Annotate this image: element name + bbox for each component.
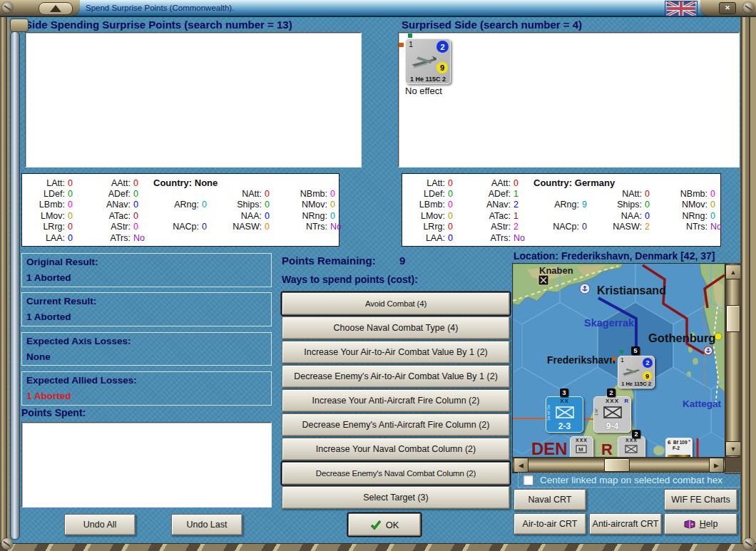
he115c-unit-counter[interactable]: 1 2 9 1 He 115C 2: [405, 38, 451, 84]
stat-spender-NRng: NRng:0: [285, 210, 350, 221]
ok-button[interactable]: OK: [348, 513, 421, 536]
mech-symbol-icon: M: [576, 445, 587, 453]
unit-name-side: 1 Inf: [594, 401, 599, 423]
svg-text:M: M: [578, 446, 583, 453]
original-result-value: 1 Aborted: [26, 272, 71, 283]
blue-division-counter[interactable]: XX 2-3 1st Inf Div: [546, 396, 583, 433]
map-label-knaben: Knaben: [539, 265, 573, 276]
stack-marker-2a[interactable]: 2: [607, 388, 615, 397]
stat-surprised-ANav: ANav:2: [468, 200, 533, 210]
spend-button-5[interactable]: Decrease Enemy's Anti-Aircraft Fire Colu…: [282, 413, 510, 436]
spender-stats-grid: Country: NoneLAtt:0LDef:0LBmb:0LMov:0LRr…: [28, 177, 336, 243]
center-map-checkbox-row[interactable]: Center linked map on selected combat hex: [518, 473, 742, 488]
help-label: Help: [700, 519, 718, 529]
stat-surprised-LAA: LAA:0: [408, 232, 468, 243]
anti-aircraft-crt-button[interactable]: Anti-aircraft CRT: [589, 513, 662, 535]
center-map-checkbox-label: Center linked map on selected combat hex: [540, 475, 722, 485]
stat-surprised-NMov: NMov:0: [665, 200, 730, 210]
triangle-icon: [50, 5, 61, 12]
grey-corps-counter[interactable]: XXX R 9-4 1 Inf: [593, 396, 631, 433]
horizontal-scroll-thumb[interactable]: [604, 458, 630, 472]
he115c-map-counter[interactable]: 1 2 9 1 He 115C 2: [618, 356, 655, 388]
spend-button-3[interactable]: Decrease Enemy's Air-to-Air Combat Value…: [282, 365, 510, 388]
green-marker-map-icon: [620, 350, 623, 354]
map-label-frederikshavn: Frederikshavn: [547, 354, 615, 366]
unit-strength: 2-3: [546, 421, 583, 431]
orange-marker-icon: [399, 43, 404, 47]
collapse-button[interactable]: [39, 2, 73, 15]
map-viewport[interactable]: Knaben Kristiansand Skagerrak Gothenburg…: [513, 264, 725, 457]
seaplane-icon: [409, 52, 440, 69]
frame-pipe-left: [10, 31, 20, 540]
center-map-checkbox[interactable]: [523, 475, 533, 485]
air-to-air-crt-button[interactable]: Air-to-air CRT: [514, 513, 586, 535]
stack-marker-3[interactable]: 3: [560, 388, 568, 397]
stat-spender-ATac: ATac:0: [88, 210, 153, 221]
stat-spender-NMov: NMov:0: [285, 200, 350, 210]
island5: [653, 446, 665, 455]
scroll-left-button[interactable]: ◀: [514, 458, 528, 473]
spender-unit-list[interactable]: [25, 32, 362, 168]
scroll-up-button[interactable]: ▲: [725, 264, 741, 279]
naval-crt-button[interactable]: Naval CRT: [514, 489, 586, 510]
bf109-counter[interactable]: 6 Bf 109 * F-2: [665, 438, 693, 457]
spend-button-6[interactable]: Increase Your Naval Combat Column (2): [282, 438, 510, 460]
help-button[interactable]: Help: [664, 513, 737, 535]
stat-surprised-LRrg: LRrg:0: [408, 222, 468, 232]
undo-last-button[interactable]: Undo Last: [171, 514, 242, 535]
surprised-stats-grid: Country: GermanyLAtt:0LDef:0LBmb:0LMov:0…: [408, 177, 717, 243]
stat-surprised-AAtt: AAtt:0: [468, 177, 533, 188]
linked-map[interactable]: Knaben Kristiansand Skagerrak Gothenburg…: [512, 263, 742, 473]
vertical-scroll-thumb[interactable]: [726, 305, 740, 332]
close-button[interactable]: ✕: [719, 2, 736, 14]
stat-spender-AStr: AStr:0: [88, 222, 153, 232]
stack-marker-2b[interactable]: 2: [632, 430, 640, 438]
current-result-label: Current Result:: [26, 296, 96, 307]
screw-bottom-left-icon: [1, 538, 13, 550]
mine-icon: [538, 275, 548, 285]
unit-strength: 9-4: [594, 421, 630, 431]
titlebar[interactable]: Spend Surprise Points (Commonwealth). ✕: [0, 0, 756, 17]
scroll-down-button[interactable]: ▼: [725, 441, 741, 456]
axis-losses-value: None: [26, 351, 51, 362]
undo-all-button[interactable]: Undo All: [64, 514, 136, 535]
bf109-star: *: [688, 438, 690, 445]
stat-surprised-NBmb: NBmb:0: [665, 188, 730, 199]
stat-spender-NASW: NASW:0: [222, 222, 285, 232]
wif-fe-charts-button[interactable]: WIF FE Charts: [664, 489, 737, 510]
map-air-to-air-badge: 2: [643, 358, 653, 368]
spend-button-4[interactable]: Increase Your Anti-Aircraft Fire Column …: [282, 389, 510, 412]
spend-button-1[interactable]: Choose Naval Combat Type (4): [282, 316, 510, 339]
map-range-badge: 9: [643, 371, 652, 381]
stack-marker-5[interactable]: 5: [631, 346, 640, 355]
allied-losses-label: Expected Allied Losses:: [26, 375, 137, 386]
spend-surprise-points-window: Side Spending Surprise Points (search nu…: [0, 0, 756, 551]
spend-button-8[interactable]: Select Target (3): [282, 486, 510, 509]
stat-spender-AAtt: AAtt:0: [88, 177, 153, 188]
surprised-unit-list[interactable]: 1 2 9 1 He 115C 2 No effect: [398, 32, 740, 168]
allied-losses-box: Expected Allied Losses: 1 Aborted: [21, 371, 272, 406]
inf-corps-counter[interactable]: XXX: [618, 436, 645, 457]
stat-spender-LBmb: LBmb:0: [28, 200, 88, 210]
spend-button-2[interactable]: Increase Your Air-to-Air Combat Value By…: [282, 341, 510, 364]
original-result-label: Original Result:: [26, 257, 98, 267]
map-vertical-scrollbar[interactable]: ▲ ▼: [725, 264, 741, 457]
mech-corps-counter[interactable]: XXX M: [570, 436, 593, 457]
stat-spender-NTrs: NTrs:No: [285, 222, 350, 232]
scroll-right-button[interactable]: ▶: [709, 458, 724, 473]
country-label-spender: Country: None: [153, 177, 350, 188]
spend-button-7[interactable]: Decrease Enemy's Naval Combat Column (2): [282, 462, 510, 485]
check-icon: [370, 520, 382, 530]
map-horizontal-scrollbar[interactable]: ◀ ▶: [513, 457, 725, 473]
current-result-value: 1 Aborted: [26, 311, 71, 322]
map-label-skagerrak: Skagerrak: [584, 317, 635, 329]
stat-spender-LDef: LDef:0: [28, 188, 88, 199]
port-icon-gothenburg: [704, 346, 712, 355]
map-counter-cost: 1: [620, 356, 624, 364]
surprised-stats-panel: Country: GermanyLAtt:0LDef:0LBmb:0LMov:0…: [402, 173, 721, 247]
stat-spender-ADef: ADef:0: [88, 188, 153, 199]
stat-surprised-ATac: ATac:1: [468, 210, 533, 221]
points-spent-list[interactable]: [21, 422, 272, 508]
spend-button-0[interactable]: Avoid Combat (4): [282, 292, 510, 315]
points-remaining-value: 9: [399, 254, 405, 267]
